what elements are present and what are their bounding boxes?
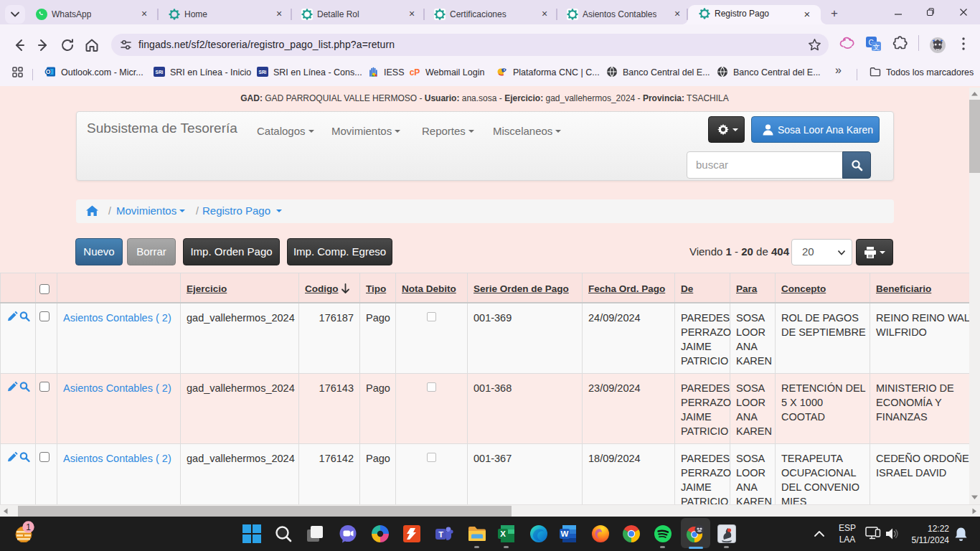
svg-text:文: 文: [873, 43, 880, 51]
svg-text:X: X: [500, 529, 506, 538]
svg-text:T: T: [438, 530, 443, 539]
svg-text:1: 1: [26, 522, 31, 532]
svg-text:SRi: SRi: [156, 70, 164, 75]
svg-text:W: W: [561, 529, 569, 538]
svg-text:SRi: SRi: [259, 70, 267, 75]
svg-text:O: O: [46, 68, 51, 75]
svg-text:cP: cP: [410, 67, 420, 77]
